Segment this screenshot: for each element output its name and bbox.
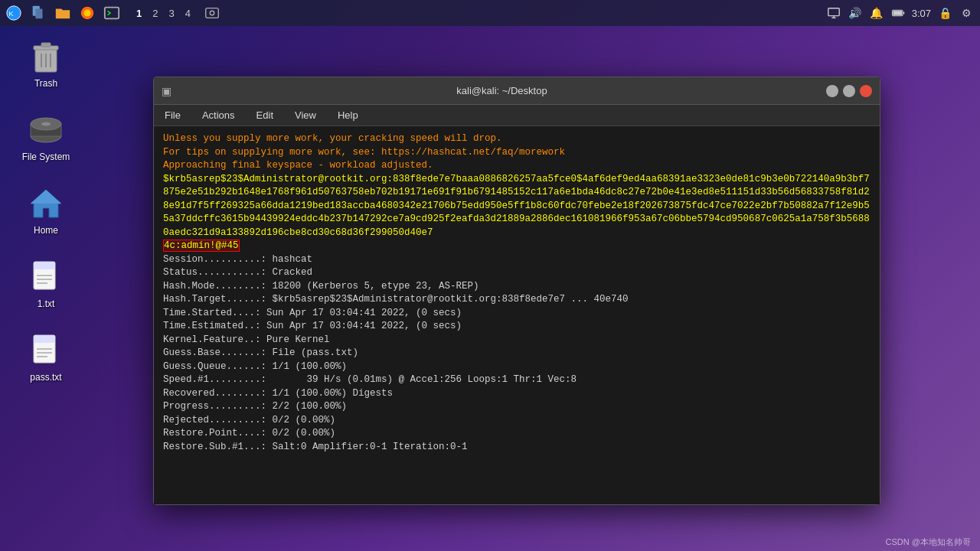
terminal-icon[interactable] bbox=[101, 2, 122, 24]
terminal-line: Recovered........: 1/1 (100.00%) Digests bbox=[163, 387, 871, 401]
menu-edit[interactable]: Edit bbox=[252, 108, 278, 122]
passtxt-label: pass.txt bbox=[30, 372, 61, 383]
svg-rect-3 bbox=[35, 9, 42, 19]
kali-icon[interactable]: K bbox=[3, 2, 24, 24]
1txt-label: 1.txt bbox=[38, 298, 55, 309]
terminal-title-icon: ▣ bbox=[162, 85, 172, 97]
home-label: Home bbox=[34, 225, 58, 236]
volume-icon[interactable]: 🔊 bbox=[848, 5, 863, 21]
folder-icon[interactable] bbox=[52, 2, 74, 24]
terminal-line: Rejected.........: 0/2 (0.00%) bbox=[163, 414, 871, 428]
terminal-window: ▣ kali@kali: ~/Desktop File Actions Edit… bbox=[153, 77, 880, 505]
svg-marker-26 bbox=[31, 190, 61, 204]
filesystem-label: File System bbox=[22, 152, 70, 162]
terminal-menubar: File Actions Edit View Help bbox=[154, 105, 880, 126]
terminal-line: Approaching final keyspace - workload ad… bbox=[163, 159, 871, 173]
terminal-line: Restore.Point....: 0/2 (0.00%) bbox=[163, 427, 871, 441]
workspace-2[interactable]: 2 bbox=[148, 6, 162, 21]
svg-rect-14 bbox=[893, 11, 902, 15]
desktop-icon-filesystem[interactable]: File System bbox=[15, 112, 77, 162]
clock: 3:07 bbox=[912, 8, 931, 19]
drive-icon bbox=[28, 112, 64, 148]
desktop-icon-1txt[interactable]: 1.txt bbox=[15, 259, 77, 309]
terminal-controls bbox=[826, 85, 872, 97]
terminal-line: Progress.........: 2/2 (100.00%) bbox=[163, 400, 871, 414]
footer: CSDN @本地知名帅哥 bbox=[877, 533, 980, 551]
terminal-line: Guess.Queue......: 1/1 (100.00%) bbox=[163, 360, 871, 374]
notification-icon[interactable]: 🔔 bbox=[869, 5, 884, 21]
svg-point-8 bbox=[210, 11, 214, 15]
lock-icon[interactable]: 🔒 bbox=[937, 5, 952, 21]
taskbar: K bbox=[0, 0, 980, 26]
taskbar-right: 🔊 🔔 3:07 🔒 ⚙ bbox=[826, 5, 980, 21]
trash-label: Trash bbox=[34, 78, 57, 89]
close-button[interactable] bbox=[860, 85, 872, 97]
firefox-icon[interactable] bbox=[77, 2, 98, 24]
text-file-icon-1 bbox=[28, 259, 64, 295]
menu-view[interactable]: View bbox=[290, 108, 321, 122]
menu-help[interactable]: Help bbox=[333, 108, 363, 122]
terminal-line: Restore.Sub.#1...: Salt:0 Amplifier:0-1 … bbox=[163, 441, 871, 455]
terminal-line: Unless you supply more work, your cracki… bbox=[163, 132, 871, 146]
svg-rect-6 bbox=[105, 8, 119, 19]
workspace-1[interactable]: 1 bbox=[132, 6, 146, 21]
terminal-line: Speed.#1.........: 39 H/s (0.01ms) @ Acc… bbox=[163, 373, 871, 387]
settings-icon[interactable]: ⚙ bbox=[959, 5, 974, 21]
taskbar-left: K bbox=[0, 2, 223, 24]
desktop-icon-home[interactable]: Home bbox=[15, 185, 77, 236]
menu-file[interactable]: File bbox=[160, 108, 185, 122]
terminal-line: Time.Estimated..: Sun Apr 17 03:04:41 20… bbox=[163, 320, 871, 334]
menu-actions[interactable]: Actions bbox=[198, 108, 240, 122]
svg-rect-9 bbox=[828, 8, 838, 16]
battery-icon[interactable] bbox=[890, 5, 906, 21]
terminal-line: For tips on supplying more work, see: ht… bbox=[163, 146, 871, 160]
svg-point-24 bbox=[41, 122, 51, 126]
workspace-3[interactable]: 3 bbox=[164, 6, 178, 21]
terminal-line: Session..........: hashcat bbox=[163, 253, 871, 267]
text-file-icon-pass bbox=[28, 332, 64, 369]
footer-label: CSDN @本地知名帅哥 bbox=[886, 537, 971, 546]
terminal-line: 4c:admin!@#45 bbox=[163, 240, 871, 253]
desktop-icon-passtxt[interactable]: pass.txt bbox=[15, 332, 77, 383]
svg-text:K: K bbox=[9, 10, 14, 18]
trash-icon bbox=[28, 38, 64, 75]
terminal-line: Hash.Mode........: 18200 (Kerberos 5, et… bbox=[163, 280, 871, 294]
maximize-button[interactable] bbox=[843, 85, 855, 97]
svg-point-5 bbox=[83, 9, 90, 16]
minimize-button[interactable] bbox=[826, 85, 838, 97]
terminal-line: Hash.Target......: $krb5asrep$23$Adminis… bbox=[163, 293, 871, 307]
files-icon[interactable] bbox=[28, 2, 49, 24]
terminal-titlebar: ▣ kali@kali: ~/Desktop bbox=[154, 77, 880, 105]
svg-rect-28 bbox=[34, 262, 55, 269]
terminal-title: kali@kali: ~/Desktop bbox=[178, 85, 826, 96]
terminal-line: Guess.Base.......: File (pass.txt) bbox=[163, 347, 871, 360]
terminal-content[interactable]: Unless you supply more work, your cracki… bbox=[154, 126, 880, 504]
screenshot-icon[interactable] bbox=[201, 2, 223, 24]
workspace-4[interactable]: 4 bbox=[181, 6, 195, 21]
home-icon bbox=[28, 185, 64, 222]
svg-rect-17 bbox=[41, 43, 51, 47]
terminal-line: $krb5asrep$23$Administrator@rootkit.org:… bbox=[163, 173, 871, 240]
workspace-numbers: 1 2 3 4 bbox=[132, 6, 195, 21]
desktop-icons: Trash File System Home bbox=[15, 38, 77, 383]
svg-rect-33 bbox=[34, 335, 55, 343]
terminal-line: Kernel.Feature..: Pure Kernel bbox=[163, 334, 871, 347]
monitor-icon[interactable] bbox=[826, 5, 841, 21]
desktop-icon-trash[interactable]: Trash bbox=[15, 38, 77, 89]
terminal-line: Status...........: Cracked bbox=[163, 266, 871, 280]
svg-rect-7 bbox=[206, 8, 219, 18]
terminal-line: Time.Started....: Sun Apr 17 03:04:41 20… bbox=[163, 307, 871, 321]
